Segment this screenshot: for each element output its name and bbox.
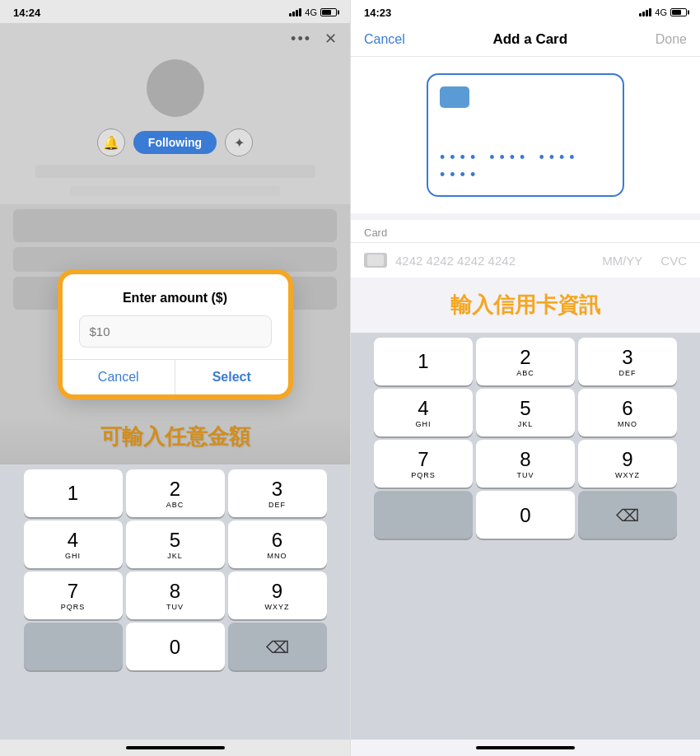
avatar: [147, 59, 204, 117]
right-key-9[interactable]: 9WXYZ: [578, 440, 677, 488]
right-annotation-text: 輸入信用卡資訊: [364, 291, 687, 320]
right-time: 14:23: [364, 7, 391, 19]
more-options-icon[interactable]: •••: [291, 30, 311, 48]
key-backspace[interactable]: ⌫: [228, 623, 327, 670]
right-key-6[interactable]: 6MNO: [578, 389, 677, 436]
dialog-title: Enter amount ($): [79, 291, 272, 306]
left-scroll-content: Enter amount ($) Cancel Select 可輸入任意金額: [0, 204, 350, 464]
right-keyboard-row-3: 7PQRS 8TUV 9WXYZ: [354, 440, 697, 488]
card-label: Card: [351, 220, 700, 242]
right-keyboard-row-2: 4GHI 5JKL 6MNO: [354, 389, 697, 436]
left-home-indicator: [0, 740, 350, 756]
keyboard-row-2: 4GHI 5JKL 6MNO: [3, 520, 347, 568]
key-2[interactable]: 2ABC: [126, 469, 225, 517]
right-keyboard-row-1: 1 2ABC 3DEF: [354, 338, 697, 385]
profile-name-blur: [35, 165, 315, 178]
profile-info-blur: [70, 186, 280, 196]
right-backspace-icon: ⌫: [616, 506, 639, 525]
key-4[interactable]: 4GHI: [24, 520, 123, 568]
keyboard-row-3: 7PQRS 8TUV 9WXYZ: [3, 572, 347, 619]
key-1[interactable]: 1: [24, 469, 123, 517]
right-key-backspace[interactable]: ⌫: [578, 491, 677, 539]
right-key-7[interactable]: 7PQRS: [374, 440, 473, 488]
card-preview: •••• •••• •••• ••••: [427, 73, 624, 197]
right-key-8[interactable]: 8TUV: [476, 440, 575, 488]
card-form: Card 4242 4242 4242 4242 MM/YY CVC: [351, 220, 700, 278]
left-status-bar: 14:24 4G: [0, 0, 350, 23]
dots-close-row: ••• ✕: [291, 30, 337, 48]
right-key-5[interactable]: 5JKL: [476, 389, 575, 436]
card-chip-icon: [440, 86, 469, 108]
left-home-bar: [126, 746, 225, 749]
bell-button[interactable]: 🔔: [97, 128, 125, 156]
card-type-icon: [364, 253, 387, 268]
card-cvc-input[interactable]: CVC: [660, 254, 687, 268]
dialog-buttons: Cancel Select: [63, 359, 288, 394]
key-5[interactable]: 5JKL: [126, 520, 225, 568]
right-key-0[interactable]: 0: [476, 491, 575, 539]
left-screen: 14:24 4G ••• ✕ 🔔 Following ✦: [0, 0, 350, 756]
right-screen: 14:23 4G Cancel Add a Card Done •••• •••…: [350, 0, 700, 756]
left-status-icons: 4G: [289, 7, 337, 17]
keyboard-row-1: 1 2ABC 3DEF: [3, 469, 347, 517]
key-6[interactable]: 6MNO: [228, 520, 327, 568]
dialog-select-button[interactable]: Select: [175, 360, 288, 394]
card-input-row: 4242 4242 4242 4242 MM/YY CVC: [351, 242, 700, 278]
right-key-4[interactable]: 4GHI: [374, 389, 473, 436]
key-7[interactable]: 7PQRS: [24, 572, 123, 619]
right-status-icons: 4G: [639, 7, 687, 17]
right-home-indicator: [351, 740, 700, 756]
key-empty: [24, 623, 123, 670]
key-0[interactable]: 0: [126, 623, 225, 670]
right-battery-icon: [670, 8, 687, 16]
amount-dialog: Enter amount ($) Cancel Select: [60, 272, 291, 397]
keyboard-row-4: 0 ⌫: [3, 623, 347, 670]
right-status-bar: 14:23 4G: [351, 0, 700, 23]
key-3[interactable]: 3DEF: [228, 469, 327, 517]
right-network-label: 4G: [655, 7, 667, 17]
right-home-bar: [476, 746, 575, 749]
following-button[interactable]: Following: [133, 131, 217, 154]
right-keyboard-row-4: 0 ⌫: [354, 491, 697, 539]
left-signal-icon: [289, 8, 301, 16]
right-key-2[interactable]: 2ABC: [476, 338, 575, 385]
svg-rect-0: [367, 254, 384, 266]
backspace-icon: ⌫: [266, 637, 289, 657]
close-btn-area: ••• ✕: [0, 23, 350, 51]
add-card-nav: Cancel Add a Card Done: [351, 23, 700, 57]
card-dots: •••• •••• •••• ••••: [440, 149, 611, 184]
nav-done-button: Done: [656, 32, 687, 47]
close-icon[interactable]: ✕: [324, 30, 337, 48]
left-keyboard: 1 2ABC 3DEF 4GHI 5JKL 6MNO 7PQRS 8TUV 9W…: [0, 464, 350, 740]
right-key-3[interactable]: 3DEF: [578, 338, 677, 385]
key-9[interactable]: 9WXYZ: [228, 572, 327, 619]
profile-area: ••• ✕ 🔔 Following ✦: [0, 23, 350, 204]
card-expiry-input[interactable]: MM/YY: [602, 254, 642, 268]
key-8[interactable]: 8TUV: [126, 572, 225, 619]
sparkle-button[interactable]: ✦: [225, 128, 253, 156]
dialog-overlay: Enter amount ($) Cancel Select: [0, 204, 350, 464]
left-network-label: 4G: [305, 7, 317, 17]
card-preview-area: •••• •••• •••• ••••: [351, 57, 700, 213]
right-signal-icon: [639, 8, 651, 16]
dialog-cancel-button[interactable]: Cancel: [63, 360, 176, 394]
right-key-1[interactable]: 1: [374, 338, 473, 385]
card-number-input[interactable]: 4242 4242 4242 4242: [395, 254, 594, 268]
right-annotation-area: 輸入信用卡資訊: [351, 278, 700, 333]
profile-controls: 🔔 Following ✦: [97, 128, 253, 156]
amount-input[interactable]: [79, 315, 272, 348]
left-time: 14:24: [13, 7, 40, 19]
nav-cancel-button[interactable]: Cancel: [364, 32, 405, 47]
right-keyboard: 1 2ABC 3DEF 4GHI 5JKL 6MNO 7PQRS 8TUV 9W…: [351, 333, 700, 740]
nav-title: Add a Card: [492, 31, 567, 48]
right-key-empty: [374, 491, 473, 539]
left-battery-icon: [320, 8, 337, 16]
